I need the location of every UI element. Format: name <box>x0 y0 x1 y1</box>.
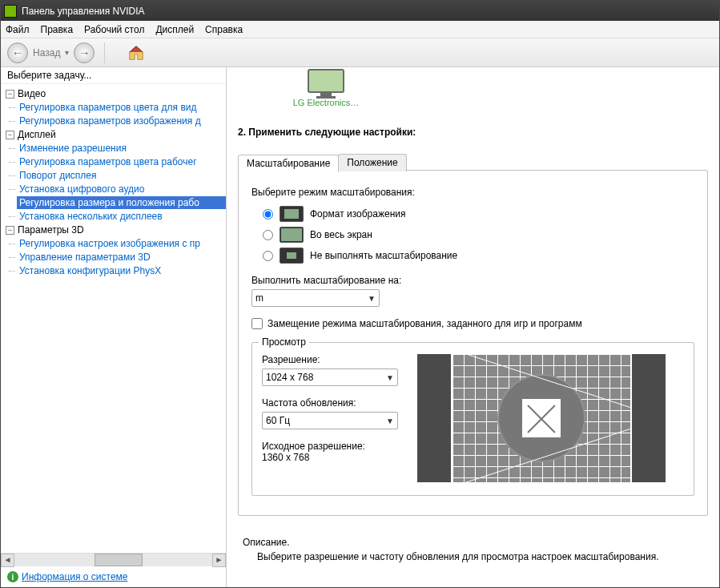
tree-group-label: Параметры 3D <box>18 224 84 236</box>
nvidia-app-icon <box>4 5 17 18</box>
refresh-value: 60 Гц <box>266 415 290 426</box>
back-button[interactable]: ← <box>7 42 28 63</box>
task-sidebar: Выберите задачу... − Видео Регулировка п… <box>1 67 227 587</box>
tree-group-video[interactable]: − Видео <box>4 87 226 100</box>
resolution-select[interactable]: 1024 x 768 ▼ <box>262 369 398 386</box>
section-heading: 2. Применить следующие настройки: <box>238 127 708 138</box>
monitor-label: LG Electronics… <box>286 98 366 107</box>
scroll-left-icon[interactable]: ◄ <box>1 554 14 567</box>
radio-noscale-row[interactable]: Не выполнять масштабирование <box>263 248 694 264</box>
description-body: Выберите разрешение и частоту обновления… <box>243 551 708 562</box>
override-label: Замещение режима масштабирования, заданн… <box>267 318 582 329</box>
window-titlebar: Панель управления NVIDIA <box>1 1 719 21</box>
tree-item-multidisplay[interactable]: Установка нескольких дисплеев <box>17 210 226 223</box>
tree-item-desktop-color[interactable]: Регулировка параметров цвета рабочег <box>17 155 226 168</box>
radio-noscale-label: Не выполнять масштабирование <box>310 250 457 261</box>
tree-group-label: Видео <box>18 88 46 99</box>
settings-tab-panel: Масштабирование Положение Выберите режим… <box>238 170 708 516</box>
preview-legend: Просмотр <box>259 336 309 348</box>
menu-bar: Файл Правка Рабочий стол Дисплей Справка <box>1 21 719 38</box>
perform-on-select[interactable]: m ▼ <box>251 289 380 307</box>
monitor-preview[interactable]: LG Electronics… <box>286 69 366 107</box>
scaling-preview-image <box>417 354 666 482</box>
content-area: LG Electronics… 2. Применить следующие н… <box>227 67 719 587</box>
resolution-value: 1024 x 768 <box>266 372 313 383</box>
typical-usage-title: Типичные ситуации применения: <box>243 586 708 587</box>
perform-on-value: m <box>255 292 263 304</box>
scaling-mode-label: Выберите режим масштабирования: <box>251 187 694 198</box>
system-info-link[interactable]: Информация о системе <box>22 571 127 582</box>
chevron-down-icon: ▼ <box>386 417 394 425</box>
menu-help[interactable]: Справка <box>205 24 243 35</box>
collapse-icon[interactable]: − <box>6 131 14 139</box>
tree-item-3d-image[interactable]: Регулировка настроек изображения с пр <box>17 237 226 250</box>
tree-item-video-image[interactable]: Регулировка параметров изображения д <box>17 115 226 127</box>
forward-button[interactable]: → <box>74 42 95 63</box>
tree-item-physx[interactable]: Установка конфигурации PhysX <box>17 264 226 277</box>
menu-desktop[interactable]: Рабочий стол <box>84 24 144 35</box>
noscale-preview-icon <box>280 248 304 264</box>
radio-fullscreen-label: Во весь экран <box>310 229 372 240</box>
tree-group-label: Дисплей <box>18 129 56 140</box>
home-button[interactable] <box>127 44 145 62</box>
arrow-right-icon: → <box>78 46 90 59</box>
collapse-icon[interactable]: − <box>6 226 14 235</box>
preview-groupbox: Просмотр Разрешение: 1024 x 768 ▼ Частот… <box>251 342 694 496</box>
override-checkbox[interactable] <box>251 318 263 329</box>
resolution-label: Разрешение: <box>262 354 398 365</box>
monitor-icon <box>308 69 344 96</box>
chevron-down-icon: ▼ <box>386 373 394 382</box>
task-tree[interactable]: − Видео Регулировка параметров цвета для… <box>1 84 226 553</box>
radio-fullscreen[interactable] <box>263 230 273 240</box>
description-title: Описание. <box>243 537 708 548</box>
info-icon: i <box>7 571 18 582</box>
tree-item-size-position[interactable]: Регулировка размера и положения рабо <box>17 196 226 209</box>
aspect-preview-icon <box>280 206 304 222</box>
radio-aspect[interactable] <box>263 209 273 219</box>
tree-item-rotate-display[interactable]: Поворот дисплея <box>17 169 226 182</box>
scroll-right-icon[interactable]: ► <box>212 554 226 567</box>
radio-aspect-row[interactable]: Формат изображения <box>263 206 694 222</box>
collapse-icon[interactable]: − <box>6 90 14 99</box>
sidebar-h-scrollbar[interactable]: ◄ ► <box>1 553 226 566</box>
chevron-down-icon: ▼ <box>368 294 376 303</box>
system-info-link-row: i Информация о системе <box>1 566 226 587</box>
menu-display[interactable]: Дисплей <box>155 24 194 35</box>
native-res-value: 1360 x 768 <box>262 452 398 463</box>
toolbar-divider <box>104 42 105 63</box>
radio-fullscreen-row[interactable]: Во весь экран <box>263 227 694 243</box>
tree-item-3d-params[interactable]: Управление параметрами 3D <box>17 251 226 264</box>
tab-position[interactable]: Положение <box>338 154 406 171</box>
menu-edit[interactable]: Правка <box>41 24 74 35</box>
tree-group-3d[interactable]: − Параметры 3D <box>4 224 226 236</box>
dropdown-icon[interactable]: ▾ <box>65 48 69 57</box>
back-label: Назад <box>33 47 60 58</box>
radio-aspect-label: Формат изображения <box>310 208 405 219</box>
tree-item-video-color[interactable]: Регулировка параметров цвета для вид <box>17 101 226 114</box>
arrow-left-icon: ← <box>12 46 23 59</box>
tab-scaling[interactable]: Масштабирование <box>238 155 339 172</box>
refresh-select[interactable]: 60 Гц ▼ <box>262 412 398 429</box>
sidebar-title: Выберите задачу... <box>1 67 226 84</box>
menu-file[interactable]: Файл <box>6 24 30 35</box>
fullscreen-preview-icon <box>280 227 304 243</box>
window-title: Панель управления NVIDIA <box>22 6 145 17</box>
perform-on-label: Выполнить масштабирование на: <box>251 275 694 286</box>
nav-toolbar: ← Назад ▾ → <box>1 38 719 67</box>
refresh-label: Частота обновления: <box>262 397 398 409</box>
radio-noscale[interactable] <box>263 251 273 261</box>
tree-item-digital-audio[interactable]: Установка цифрового аудио <box>17 183 226 195</box>
tree-group-display[interactable]: − Дисплей <box>4 128 226 141</box>
tree-item-change-resolution[interactable]: Изменение разрешения <box>17 142 226 155</box>
native-res-label: Исходное разрешение: <box>262 441 398 452</box>
scrollbar-thumb[interactable] <box>95 554 143 566</box>
